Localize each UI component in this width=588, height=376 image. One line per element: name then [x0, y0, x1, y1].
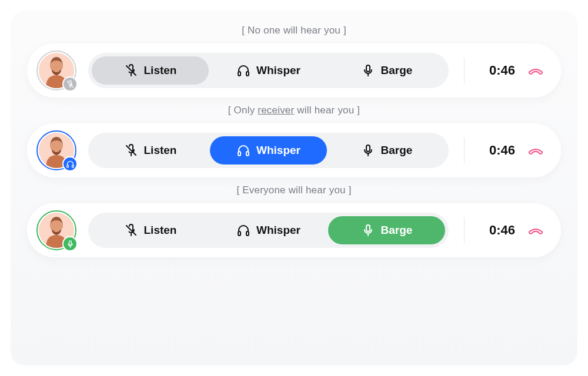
caption-text: [ Only: [228, 105, 258, 116]
caption-listen: [ No one will hear you ]: [27, 25, 561, 36]
barge-button[interactable]: Barge: [328, 56, 445, 85]
caption-underline: receiver: [258, 105, 294, 116]
mic-icon: [66, 240, 75, 249]
caption-barge: [ Everyone will hear you ]: [27, 184, 561, 196]
avatar: [36, 51, 76, 90]
listen-button[interactable]: Listen: [92, 216, 209, 244]
svg-rect-17: [246, 231, 249, 236]
svg-rect-3: [238, 72, 240, 76]
call-timer: 0:46: [480, 143, 515, 158]
svg-rect-11: [246, 152, 249, 156]
mic-off-icon: [66, 80, 75, 89]
mic-off-icon: [124, 63, 138, 78]
divider: [464, 217, 465, 243]
status-badge: [62, 76, 78, 92]
headphones-icon: [66, 160, 75, 169]
mic-off-icon: [124, 143, 138, 157]
svg-rect-12: [366, 145, 370, 152]
call-card-barge: Listen Whisper Barge 0:46: [27, 203, 561, 257]
svg-rect-14: [69, 240, 71, 244]
divider: [464, 58, 465, 83]
listen-label: Listen: [144, 64, 177, 77]
mic-icon: [361, 223, 375, 237]
barge-label: Barge: [381, 224, 413, 237]
svg-rect-18: [366, 225, 370, 231]
whisper-label: Whisper: [256, 224, 300, 237]
hangup-button[interactable]: [527, 145, 544, 156]
listen-button[interactable]: Listen: [92, 136, 209, 164]
barge-button[interactable]: Barge: [328, 136, 445, 164]
barge-button[interactable]: Barge: [328, 216, 445, 244]
hangup-icon: [527, 225, 544, 236]
mic-icon: [361, 63, 375, 78]
call-timer: 0:46: [480, 223, 515, 238]
mode-segmented-control: Listen Whisper Barge: [88, 133, 449, 168]
headphones-icon: [236, 143, 250, 157]
canvas: [ No one will hear you ]: [11, 11, 577, 365]
hangup-icon: [527, 65, 544, 76]
avatar: [36, 210, 76, 250]
barge-label: Barge: [381, 64, 413, 77]
whisper-button[interactable]: Whisper: [210, 136, 327, 164]
call-card-whisper: Listen Whisper Barge 0:46: [27, 123, 561, 177]
mode-segmented-control: Listen Whisper Barge: [88, 213, 449, 248]
mic-icon: [361, 143, 375, 157]
hangup-button[interactable]: [527, 65, 544, 76]
divider: [464, 137, 465, 163]
svg-rect-10: [238, 152, 240, 156]
listen-label: Listen: [144, 144, 177, 157]
listen-button[interactable]: Listen: [92, 56, 209, 85]
svg-rect-5: [366, 65, 370, 72]
mode-segmented-control: Listen Whisper Barge: [88, 53, 449, 88]
mic-off-icon: [124, 223, 138, 237]
svg-rect-4: [246, 72, 249, 76]
whisper-label: Whisper: [256, 64, 300, 77]
avatar: [36, 130, 76, 170]
listen-label: Listen: [144, 224, 177, 237]
caption-text: will hear you ]: [294, 105, 360, 116]
svg-rect-8: [72, 164, 74, 167]
whisper-label: Whisper: [256, 144, 300, 157]
barge-label: Barge: [381, 144, 413, 157]
headphones-icon: [236, 223, 250, 237]
status-badge: [62, 236, 78, 251]
headphones-icon: [236, 63, 250, 78]
caption-whisper: [ Only receiver will hear you ]: [27, 105, 561, 116]
svg-rect-7: [66, 164, 68, 167]
hangup-button[interactable]: [527, 225, 544, 236]
status-badge: [62, 156, 78, 172]
whisper-button[interactable]: Whisper: [210, 216, 327, 244]
whisper-button[interactable]: Whisper: [210, 56, 327, 85]
call-card-listen: Listen Whisper Barge 0:46: [27, 43, 561, 98]
hangup-icon: [527, 145, 544, 156]
call-timer: 0:46: [480, 63, 515, 78]
svg-rect-16: [238, 231, 240, 236]
